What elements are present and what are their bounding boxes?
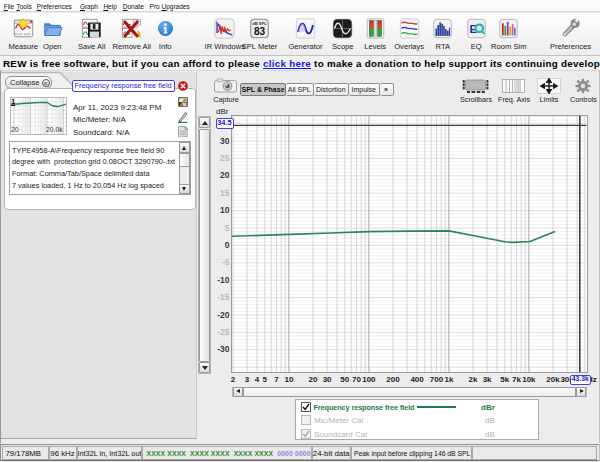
svg-text:83: 83 (254, 26, 266, 37)
